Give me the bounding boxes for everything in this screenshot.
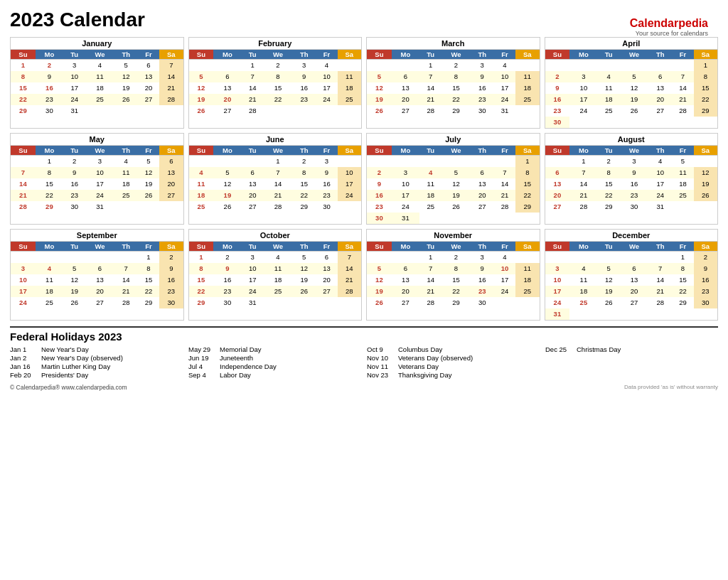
dow-header-we: We [620, 50, 648, 60]
day-cell: 31 [545, 308, 570, 320]
day-cell: 18 [672, 178, 693, 190]
dow-header-tu: Tu [63, 242, 85, 252]
day-cell: 6 [138, 60, 159, 72]
dow-header-sa: Sa [515, 50, 539, 60]
day-cell: 15 [672, 274, 693, 286]
day-cell: 15 [11, 82, 36, 94]
day-cell: 18 [36, 286, 63, 297]
dow-header-su: Su [367, 146, 392, 156]
day-cell: 13 [85, 274, 114, 286]
day-cell: 2 [694, 252, 717, 264]
day-cell [138, 105, 159, 117]
dow-header-we: We [620, 242, 648, 252]
day-cell: 2 [545, 71, 570, 82]
day-cell: 8 [515, 167, 539, 178]
day-cell: 14 [494, 178, 515, 190]
dow-header-th: Th [114, 146, 138, 156]
day-cell: 17 [242, 274, 264, 286]
dow-header-su: Su [189, 146, 214, 156]
day-cell: 29 [672, 297, 693, 308]
day-cell: 16 [367, 190, 392, 201]
dow-header-sa: Sa [159, 146, 183, 156]
holiday-date: Jun 19 [188, 354, 215, 362]
day-cell: 19 [441, 190, 470, 201]
dow-header-we: We [85, 146, 114, 156]
day-cell: 27 [620, 297, 648, 308]
month-block-may: MaySuMoTuWeThFrSa12345678910111213141516… [10, 133, 184, 225]
month-block-august: AugustSuMoTuWeThFrSa12345678910111213141… [545, 133, 719, 225]
day-cell: 28 [159, 94, 183, 105]
day-cell: 2 [36, 60, 63, 72]
day-cell: 14 [648, 274, 672, 286]
day-cell: 5 [114, 60, 138, 72]
holiday-item: Oct 9Columbus Day [367, 345, 540, 353]
day-cell: 13 [392, 274, 419, 286]
day-cell: 25 [85, 94, 114, 105]
dow-header-fr: Fr [672, 242, 693, 252]
day-cell: 23 [63, 190, 85, 201]
day-cell [392, 60, 419, 72]
day-cell [367, 60, 392, 72]
dow-header-th: Th [292, 146, 316, 156]
day-cell: 1 [419, 60, 441, 72]
dow-header-mo: Mo [569, 50, 597, 60]
dow-header-th: Th [114, 242, 138, 252]
day-cell [316, 105, 337, 117]
day-cell [515, 60, 539, 72]
day-cell: 17 [316, 82, 337, 94]
dow-header-su: Su [367, 242, 392, 252]
day-cell: 23 [367, 201, 392, 213]
day-cell: 3 [11, 263, 36, 274]
dow-header-mo: Mo [569, 146, 597, 156]
day-cell: 30 [63, 201, 85, 213]
day-cell [338, 105, 361, 117]
day-cell: 20 [392, 286, 419, 297]
day-cell: 30 [471, 297, 494, 308]
day-cell: 3 [292, 60, 316, 72]
brand-name-start: Calendar [630, 17, 678, 29]
day-cell: 10 [242, 263, 264, 274]
day-cell: 18 [419, 190, 441, 201]
day-cell: 19 [292, 274, 316, 286]
day-cell: 4 [114, 156, 138, 168]
day-cell: 3 [63, 60, 85, 72]
day-cell: 10 [648, 167, 672, 178]
day-cell: 18 [598, 94, 620, 105]
day-cell: 31 [63, 105, 85, 117]
holiday-item: Nov 23Thanksgiving Day [367, 371, 540, 379]
dow-header-tu: Tu [419, 146, 441, 156]
day-cell: 5 [672, 156, 693, 168]
day-cell: 30 [471, 105, 494, 117]
day-cell: 10 [63, 71, 85, 82]
day-cell: 23 [694, 286, 717, 297]
day-cell: 14 [419, 82, 441, 94]
day-cell: 28 [648, 297, 672, 308]
holiday-item: Feb 20Presidents' Day [10, 371, 183, 379]
holiday-name: Presidents' Day [41, 371, 88, 379]
day-cell: 23 [213, 286, 241, 297]
day-cell [316, 297, 337, 308]
day-cell: 25 [598, 105, 620, 117]
day-cell: 2 [264, 60, 292, 72]
day-cell: 29 [598, 201, 620, 213]
day-cell: 6 [620, 263, 648, 274]
day-cell: 26 [620, 105, 648, 117]
day-cell: 20 [316, 274, 337, 286]
dow-header-sa: Sa [159, 50, 183, 60]
day-cell [159, 105, 183, 117]
day-cell: 1 [36, 156, 63, 168]
day-cell: 18 [515, 274, 539, 286]
dow-header-fr: Fr [494, 242, 515, 252]
month-title: November [367, 230, 540, 242]
dow-header-we: We [264, 146, 292, 156]
day-cell [338, 60, 361, 72]
day-cell: 15 [189, 274, 214, 286]
day-cell: 23 [471, 94, 494, 105]
day-cell: 4 [494, 60, 515, 72]
day-cell: 17 [11, 286, 36, 297]
day-cell: 11 [189, 178, 214, 190]
day-cell: 26 [138, 190, 159, 201]
day-cell: 27 [471, 201, 494, 213]
day-cell: 12 [441, 178, 470, 190]
dow-header-tu: Tu [598, 146, 620, 156]
